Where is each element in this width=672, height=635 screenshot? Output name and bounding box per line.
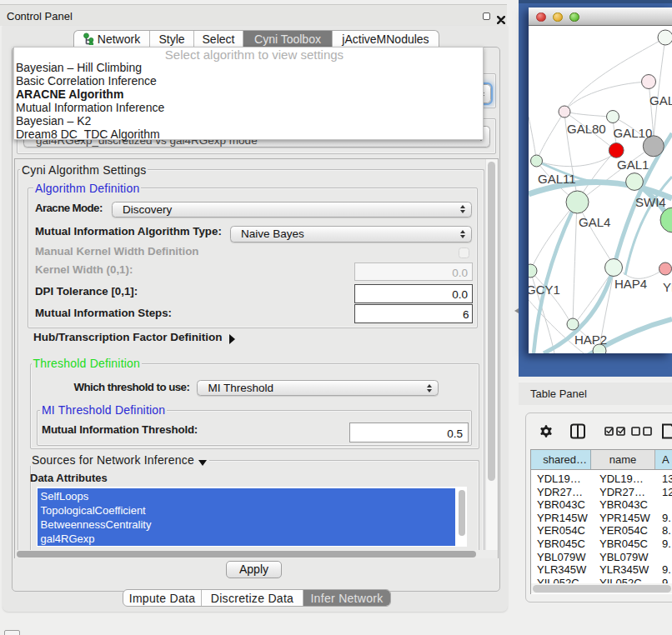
svg-text:YE: YE (663, 280, 672, 294)
svg-text:GAL1: GAL1 (617, 158, 649, 172)
svg-text:GCY1: GCY1 (529, 282, 560, 297)
svg-text:GAL10: GAL10 (614, 126, 653, 140)
svg-text:GAL11: GAL11 (538, 172, 576, 186)
svg-text:SWI4: SWI4 (635, 195, 666, 209)
svg-text:GAL4: GAL4 (579, 215, 610, 229)
svg-text:HAP4: HAP4 (614, 277, 647, 291)
svg-text:HAP2: HAP2 (574, 332, 607, 347)
svg-text:GAL7: GAL7 (649, 93, 672, 108)
svg-text:GAL80: GAL80 (567, 122, 606, 136)
